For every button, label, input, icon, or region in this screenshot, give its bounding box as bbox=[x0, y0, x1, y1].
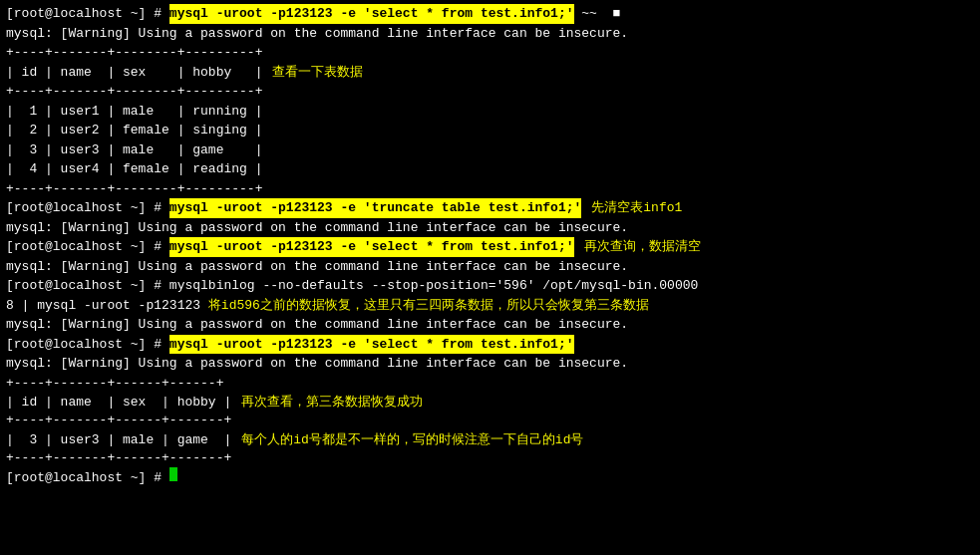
prompt-3: [root@localhost ~] # bbox=[6, 237, 169, 257]
warning-line-5: mysql: [Warning] Using a password on the… bbox=[6, 354, 974, 374]
command-line-3: [root@localhost ~] # mysql -uroot -p1231… bbox=[6, 237, 974, 257]
table-row-3: | 3 | user3 | male | game | bbox=[6, 140, 974, 160]
table-sep-text-6: +----+-------+------+-------+ bbox=[6, 448, 231, 468]
cmd-5: mysql -uroot -p123123 -e 'select * from … bbox=[169, 335, 574, 355]
table-row-4: | 4 | user4 | female | reading | bbox=[6, 159, 974, 179]
warning-text-3: mysql: [Warning] Using a password on the… bbox=[6, 257, 628, 277]
table-sep-2: +----+-------+--------+---------+ bbox=[6, 82, 974, 102]
warning-text-5: mysql: [Warning] Using a password on the… bbox=[6, 354, 628, 374]
table-row-final: | 3 | user3 | male | game | 每个人的id号都是不一样… bbox=[6, 430, 974, 448]
prompt-1: [root@localhost ~] # bbox=[6, 4, 169, 24]
prompt-5: [root@localhost ~] # bbox=[6, 335, 169, 355]
warning-text-2: mysql: [Warning] Using a password on the… bbox=[6, 218, 628, 238]
command-line-4: [root@localhost ~] # mysqlbinlog --no-de… bbox=[6, 276, 974, 296]
table-row-final-text: | 3 | user3 | male | game | bbox=[6, 432, 231, 447]
warning-line-1: mysql: [Warning] Using a password on the… bbox=[6, 24, 974, 44]
warning-text-4: mysql: [Warning] Using a password on the… bbox=[6, 315, 628, 335]
cmd-1: mysql -uroot -p123123 -e 'select * from … bbox=[169, 4, 574, 24]
command-line-4b: 8 | mysql -uroot -p123123 将id596之前的数据恢复，… bbox=[6, 296, 974, 316]
table-sep-5: +----+-------+------+-------+ bbox=[6, 411, 974, 430]
table-sep-4: +----+-------+------+------+ bbox=[6, 374, 974, 394]
command-line-5: [root@localhost ~] # mysql -uroot -p1231… bbox=[6, 335, 974, 355]
command-line-1: [root@localhost ~] # mysql -uroot -p1231… bbox=[6, 4, 974, 24]
table-header-1: | id | name | sex | hobby | 查看一下表数据 bbox=[6, 63, 974, 83]
table-sep-text-2: +----+-------+--------+---------+ bbox=[6, 82, 262, 102]
table-row-2: | 2 | user2 | female | singing | bbox=[6, 121, 974, 140]
table-row-text-3: | 3 | user3 | male | game | bbox=[6, 140, 262, 160]
warning-line-4: mysql: [Warning] Using a password on the… bbox=[6, 315, 974, 335]
table-sep-text-3: +----+-------+--------+---------+ bbox=[6, 179, 262, 199]
table-sep-1: +----+-------+--------+---------+ bbox=[6, 43, 974, 63]
table-row-1: | 1 | user1 | male | running | bbox=[6, 102, 974, 122]
annotation-1: 查看一下表数据 bbox=[272, 63, 363, 83]
prompt-2: [root@localhost ~] # bbox=[6, 198, 169, 218]
command-line-2: [root@localhost ~] # mysql -uroot -p1231… bbox=[6, 198, 974, 218]
annotation-2: 先清空表info1 bbox=[591, 198, 682, 218]
table-sep-text-5: +----+-------+------+-------+ bbox=[6, 411, 231, 430]
table-header-text-2: | id | name | sex | hobby | bbox=[6, 395, 231, 410]
cursor bbox=[169, 467, 177, 481]
cmd-3: mysql -uroot -p123123 -e 'select * from … bbox=[169, 237, 574, 257]
terminal-window: [root@localhost ~] # mysql -uroot -p1231… bbox=[0, 0, 980, 555]
table-header-text-1: | id | name | sex | hobby | bbox=[6, 63, 262, 83]
table-row-text-1: | 1 | user1 | male | running | bbox=[6, 102, 262, 122]
table-sep-text-4: +----+-------+------+------+ bbox=[6, 374, 223, 394]
prompt-final: [root@localhost ~] # bbox=[6, 468, 169, 488]
warning-line-3: mysql: [Warning] Using a password on the… bbox=[6, 257, 974, 277]
warning-line-2: mysql: [Warning] Using a password on the… bbox=[6, 218, 974, 238]
warning-text-1: mysql: [Warning] Using a password on the… bbox=[6, 24, 628, 44]
table-sep-3: +----+-------+--------+---------+ bbox=[6, 179, 974, 199]
annotation-3: 再次查询，数据清空 bbox=[584, 237, 701, 257]
annotation-5: 再次查看，第三条数据恢复成功 bbox=[241, 393, 423, 411]
cmd-trailing-1: ~~ ■ bbox=[574, 4, 621, 24]
table-sep-text-1: +----+-------+--------+---------+ bbox=[6, 43, 262, 63]
annotation-4: 将id596之前的数据恢复，这里只有三四两条数据，所以只会恢复第三条数据 bbox=[208, 296, 649, 316]
cmd-4: mysqlbinlog --no-defaults --stop-positio… bbox=[169, 276, 699, 296]
table-header-row-2: | id | name | sex | hobby | 再次查看，第三条数据恢复… bbox=[6, 393, 974, 411]
cmd-2: mysql -uroot -p123123 -e 'truncate table… bbox=[169, 198, 581, 218]
prompt-4: [root@localhost ~] # bbox=[6, 276, 169, 296]
command-line-final: [root@localhost ~] # bbox=[6, 467, 974, 488]
table-row-text-2: | 2 | user2 | female | singing | bbox=[6, 121, 262, 140]
table-sep-6: +----+-------+------+-------+ bbox=[6, 448, 974, 468]
annotation-6: 每个人的id号都是不一样的，写的时候注意一下自己的id号 bbox=[241, 430, 583, 448]
cmd-4b: 8 | mysql -uroot -p123123 bbox=[6, 296, 208, 316]
table-row-text-4: | 4 | user4 | female | reading | bbox=[6, 159, 262, 179]
